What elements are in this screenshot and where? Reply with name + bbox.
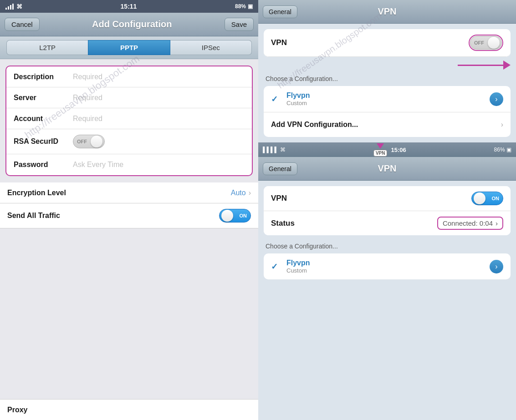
- config-detail-button-bottom[interactable]: ›: [490, 260, 503, 273]
- toggle-on-knob-bottom: [474, 192, 485, 204]
- form-section: Description Required Server Required Acc…: [5, 66, 253, 176]
- password-value: Ask Every Time: [73, 161, 245, 169]
- toggle-on-knob: [221, 210, 233, 222]
- right-panel: General VPN VPN: [258, 0, 516, 420]
- tab-ipsec[interactable]: IPSec: [170, 40, 252, 55]
- config-detail-button-top[interactable]: ›: [490, 92, 503, 106]
- vpn-title-top: VPN: [378, 6, 396, 17]
- vpn-status-badge: VPN: [373, 150, 388, 157]
- vpn-toggle-on-bottom[interactable]: [471, 192, 503, 205]
- divider-time: 15:06: [391, 147, 406, 153]
- vpn-badge-annotation: VPN: [373, 143, 388, 157]
- signal-icon: [5, 4, 14, 10]
- password-label: Password: [14, 161, 73, 169]
- config-name-bottom: Flyvpn: [286, 259, 490, 267]
- encryption-row[interactable]: Encryption Level Auto ›: [0, 182, 258, 203]
- status-chevron-icon: ›: [496, 219, 498, 227]
- status-bar-left: ⌘ 15:11 88% ▣: [0, 0, 258, 13]
- status-time: 15:11: [121, 3, 137, 10]
- divider-battery-icon: ▣: [506, 147, 511, 153]
- screen-divider: ▌▌▌▌ ⌘ VPN 15:06 86% ▣: [258, 142, 516, 157]
- config-type-bottom: Custom: [286, 267, 490, 274]
- encryption-chevron-icon: ›: [249, 189, 251, 197]
- check-icon-bottom: ✓: [271, 262, 280, 272]
- battery-icon: ▣: [248, 3, 253, 10]
- battery-info: 88% ▣: [235, 3, 253, 10]
- vpn-title-bottom: VPN: [378, 163, 396, 174]
- cancel-button[interactable]: Cancel: [5, 18, 40, 31]
- add-config-label: Add VPN Configuration...: [271, 121, 501, 129]
- arrow-row: [258, 61, 516, 70]
- arrow-annotation: [458, 61, 511, 70]
- form-row-server: Server Required: [6, 87, 252, 108]
- config-list-bottom: ✓ Flyvpn Custom ›: [264, 253, 511, 279]
- config-item-flyvpn-top[interactable]: ✓ Flyvpn Custom ›: [264, 86, 511, 112]
- vpn-toggle-row-top: VPN: [264, 29, 511, 57]
- account-value: Required: [73, 115, 245, 123]
- vpn-screen-bottom: General VPN VPN Status Connected: 0:04 ›…: [258, 157, 516, 420]
- page-title: Add Configuration: [92, 19, 172, 30]
- send-traffic-toggle[interactable]: [219, 209, 251, 223]
- tab-l2tp[interactable]: L2TP: [6, 40, 88, 55]
- left-panel: ⌘ 15:11 88% ▣ Cancel Add Configuration S…: [0, 0, 258, 420]
- vpn-label-bottom: VPN: [271, 194, 471, 203]
- proxy-row[interactable]: Proxy: [0, 399, 258, 420]
- save-button[interactable]: Save: [225, 18, 254, 31]
- add-config-chevron-icon: ›: [501, 121, 503, 129]
- check-icon-top: ✓: [271, 94, 280, 104]
- rsa-toggle[interactable]: [73, 135, 105, 148]
- config-info-bottom: Flyvpn Custom: [286, 259, 490, 274]
- tab-bar: L2TP PPTP IPSec: [0, 36, 258, 59]
- toggle-knob: [91, 136, 102, 147]
- form-row-rsa: RSA SecurID: [6, 129, 252, 154]
- divider-signal-icon: ▌▌▌▌: [263, 147, 278, 153]
- config-list-top: ✓ Flyvpn Custom › Add VPN Configuration.…: [264, 86, 511, 137]
- vpn-label-top: VPN: [271, 38, 469, 47]
- choose-config-row: [458, 61, 511, 70]
- add-config-item[interactable]: Add VPN Configuration... ›: [264, 112, 511, 137]
- server-value: Required: [73, 94, 245, 102]
- config-item-flyvpn-bottom[interactable]: ✓ Flyvpn Custom ›: [264, 253, 511, 279]
- config-type-top: Custom: [286, 100, 490, 106]
- proxy-label: Proxy: [7, 406, 251, 414]
- encryption-label: Encryption Level: [7, 189, 231, 197]
- vpn-back-button-top[interactable]: General: [263, 5, 297, 18]
- status-row: Status Connected: 0:04 ›: [264, 211, 511, 235]
- form-row-password: Password Ask Every Time: [6, 154, 252, 175]
- status-bar-signal: ⌘: [5, 3, 22, 10]
- form-row-description: Description Required: [6, 66, 252, 87]
- config-info-top: Flyvpn Custom: [286, 91, 490, 106]
- server-label: Server: [14, 94, 73, 102]
- vpn-back-button-bottom[interactable]: General: [263, 162, 297, 175]
- status-label: Status: [271, 219, 437, 228]
- status-connected-badge[interactable]: Connected: 0:04 ›: [437, 217, 503, 230]
- divider-signal: ▌▌▌▌ ⌘: [263, 147, 286, 153]
- divider-battery-percent: 86%: [494, 147, 505, 153]
- tab-pptp[interactable]: PPTP: [88, 40, 170, 55]
- description-value: Required: [73, 73, 245, 81]
- divider-battery: 86% ▣: [494, 147, 511, 153]
- account-label: Account: [14, 115, 73, 123]
- nav-bar-left: Cancel Add Configuration Save: [0, 13, 258, 36]
- vpn-screen-top: General VPN VPN: [258, 0, 516, 137]
- choose-config-label-top: Choose a Configuration...: [258, 71, 516, 84]
- battery-percent: 88%: [235, 3, 246, 10]
- send-traffic-row: Send All Traffic: [0, 203, 258, 228]
- status-connected-text: Connected: 0:04: [443, 219, 493, 227]
- divider-wifi-icon: ⌘: [280, 147, 286, 153]
- rsa-label: RSA SecurID: [14, 137, 73, 146]
- description-label: Description: [14, 73, 73, 81]
- vpn-toggle-row-bottom: VPN: [264, 186, 511, 211]
- encryption-value: Auto: [231, 189, 246, 197]
- vpn-header-top: General VPN: [258, 0, 516, 24]
- config-name-top: Flyvpn: [286, 91, 490, 100]
- send-traffic-label: Send All Traffic: [7, 212, 219, 220]
- vpn-header-bottom: General VPN: [258, 157, 516, 181]
- divider-center: VPN 15:06: [373, 143, 406, 157]
- toggle-knob-top: [488, 37, 500, 49]
- choose-config-label-bottom: Choose a Configuration...: [258, 239, 516, 252]
- vpn-toggle-off-top[interactable]: [470, 36, 502, 50]
- wifi-icon: ⌘: [16, 3, 22, 10]
- annotation-arrow-container: [258, 61, 516, 70]
- vpn-toggle-highlight: [469, 35, 503, 51]
